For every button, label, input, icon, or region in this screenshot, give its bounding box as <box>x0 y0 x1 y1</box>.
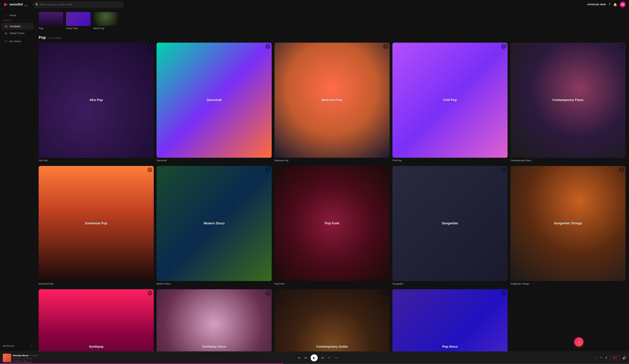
template-card-pop-disco[interactable]: Pop Disco ♡ Pop Disco <box>392 289 507 351</box>
pop-row-1: Afro Pop ♡ Afro Pop Dancehall ♡ Dancehal… <box>39 43 626 162</box>
bell-icon: 🔔 <box>613 3 617 6</box>
synthpop-favorite-button[interactable]: ♡ <box>148 291 152 296</box>
upgrade-button[interactable]: UPGRADE NOW <box>587 3 606 6</box>
trap-card-virtual-trap[interactable]: Virtual Trap <box>66 12 91 30</box>
get-button[interactable]: GET <box>610 356 620 360</box>
sidebar-item-my-library-label: My Library <box>9 40 21 43</box>
trap-card-virtual-trap-img <box>66 12 91 26</box>
pop-funk-overlay: Pop Funk <box>275 166 390 281</box>
songwriter-strings-favorite-button[interactable]: ♡ <box>619 167 624 172</box>
chill-pop-favorite-button[interactable]: ♡ <box>501 44 506 49</box>
songwriter-strings-label: Songwriter Strings <box>510 282 626 285</box>
like-button[interactable]: ♡ <box>595 356 597 360</box>
afro-pop-favorite-button[interactable]: ♡ <box>148 44 152 49</box>
repeat-icon: ↺ <box>328 356 330 360</box>
dancehall-overlay: Dancehall <box>157 43 272 158</box>
next-icon: ⏭ <box>321 356 324 360</box>
next-button[interactable]: ⏭ <box>321 356 324 360</box>
play-icon: ▶ <box>313 356 315 360</box>
edit-button[interactable]: ✎ <box>600 356 603 360</box>
modern-disco-favorite-button[interactable]: ♡ <box>265 167 270 172</box>
sidebar-item-templates[interactable]: ▦ Templates <box>1 23 33 30</box>
contemporary-guitar-favorite-button[interactable]: ♡ <box>383 291 388 296</box>
template-card-chill-pop[interactable]: Chill Pop ♡ Chill Pop <box>392 43 507 162</box>
pop-row-2: Emotional Pop ♡ Emotional Pop Modern Dis… <box>39 166 626 285</box>
songwriter-favorite-button[interactable]: ♡ <box>501 167 506 172</box>
time-display: 5:05 <box>334 357 338 359</box>
template-card-contemporary-piano[interactable]: Contemporary Piano ♡ Contemporary Piano <box>510 43 626 162</box>
search-bar[interactable]: 🔍 <box>33 1 124 8</box>
trap-cards: Trap Virtual Trap World Trap <box>39 12 626 30</box>
pop-disco-image: Pop Disco ♡ <box>392 289 507 351</box>
template-card-afro-pop[interactable]: Afro Pop ♡ Afro Pop <box>39 43 154 162</box>
trap-card-trap[interactable]: Trap <box>39 12 63 30</box>
template-card-modern-disco[interactable]: Modern Disco ♡ Modern Disco <box>157 166 272 285</box>
template-card-songwriter-strings[interactable]: Songwriter Strings ♡ Songwriter Strings <box>510 166 626 285</box>
player-track-title-row: Monday Mood | Preview <box>13 354 45 357</box>
share-button[interactable]: ⬆ <box>605 356 608 360</box>
player-track-details: Monday Mood | Preview Hip Hop • LoFi Moo… <box>13 354 45 362</box>
template-card-bedroom-pop[interactable]: Bedroom Pop ♡ Bedroom Pop <box>275 43 390 162</box>
afro-pop-image: Afro Pop ♡ <box>39 43 154 158</box>
template-card-dancehall[interactable]: Dancehall ♡ Dancehall <box>157 43 272 162</box>
logo-wordmark: soundful <box>9 3 23 6</box>
emotional-pop-label: Emotional Pop <box>39 282 154 285</box>
synthpop-overlay: Synthpop <box>39 289 154 351</box>
sidebar-item-global-tracks[interactable]: ◉ Global Tracks <box>1 30 33 36</box>
player-url: https://my.soundful.com/templates <box>3 361 32 363</box>
songwriter-strings-overlay: Songwriter Strings <box>510 166 626 281</box>
share-icon: ⬆ <box>605 356 608 360</box>
songwriter-image: Songwriter ♡ <box>392 166 507 281</box>
pop-disco-favorite-button[interactable]: ♡ <box>501 291 506 296</box>
template-card-pop-funk[interactable]: Pop Funk ♡ Pop Funk <box>275 166 390 285</box>
bedroom-pop-favorite-button[interactable]: ♡ <box>383 44 388 49</box>
modern-disco-overlay: Modern Disco <box>157 166 272 281</box>
pop-funk-image: Pop Funk ♡ <box>275 166 390 281</box>
template-card-contemporary-guitar[interactable]: Contemporary Guitar ♡ Contemporary Guita… <box>275 289 390 351</box>
soundful-logo-icon <box>3 2 8 7</box>
trap-card-world-trap[interactable]: World Trap <box>93 12 118 30</box>
dancehall-favorite-button[interactable]: ♡ <box>265 44 270 49</box>
repeat-button[interactable]: ↺ <box>328 356 330 360</box>
pop-funk-favorite-button[interactable]: ♡ <box>383 167 388 172</box>
my-recents-label: My Recents <box>3 345 14 347</box>
app-body: ⌂ Home Browse ▦ Templates ◉ Global Track… <box>0 9 629 351</box>
prev-icon: ⏮ <box>304 356 307 360</box>
header-right: UPGRADE NOW ? 🔔 SB <box>587 2 626 7</box>
prev-button[interactable]: ⏮ <box>304 356 307 360</box>
emotional-pop-favorite-button[interactable]: ♡ <box>148 167 152 172</box>
player-bar: Monday Mood | Preview Hip Hop • LoFi Moo… <box>0 351 629 364</box>
help-icon-button[interactable]: ? <box>609 3 610 6</box>
synthpop-disco-image: Synthpop Disco ♡ <box>157 289 272 351</box>
player-right: ♡ ✎ ⬆ GET 🔊 <box>591 356 626 360</box>
shuffle-button[interactable]: ⇌ <box>298 356 301 360</box>
synthpop-disco-favorite-button[interactable]: ♡ <box>265 291 270 296</box>
play-pause-button[interactable]: ▶ <box>311 354 318 361</box>
volume-icon: 🔊 <box>622 356 626 360</box>
my-recents-section[interactable]: My Recents ▾ <box>0 343 35 349</box>
sidebar-item-my-library[interactable]: 🗂 My Library <box>1 38 33 45</box>
search-input[interactable] <box>40 3 122 6</box>
player-thumbnail <box>3 354 11 362</box>
notifications-icon-button[interactable]: 🔔 <box>613 3 617 6</box>
search-icon: 🔍 <box>35 3 38 6</box>
template-card-emotional-pop[interactable]: Emotional Pop ♡ Emotional Pop <box>39 166 154 285</box>
sidebar-item-home[interactable]: ⌂ Home <box>1 12 33 19</box>
user-avatar[interactable]: SB <box>620 2 626 7</box>
contemporary-piano-favorite-button[interactable]: ♡ <box>619 44 624 49</box>
player-preview-label: | Preview <box>29 354 38 357</box>
chill-pop-label: Chill Pop <box>392 159 507 162</box>
pop-disco-overlay: Pop Disco <box>392 289 507 351</box>
bedroom-pop-overlay: Bedroom Pop <box>275 43 390 158</box>
bedroom-pop-label: Bedroom Pop <box>275 159 390 162</box>
songwriter-overlay: Songwriter <box>392 166 507 281</box>
template-card-synthpop-disco[interactable]: Synthpop Disco ♡ Synthpop Disco <box>157 289 272 351</box>
template-card-songwriter[interactable]: Songwriter ♡ Songwriter <box>392 166 507 285</box>
trap-section: Trap Virtual Trap World Trap <box>39 9 626 34</box>
sidebar-browse-label: Browse <box>0 19 35 23</box>
volume-button[interactable]: 🔊 <box>622 356 626 360</box>
trap-card-virtual-trap-label: Virtual Trap <box>66 27 91 30</box>
fab-button[interactable]: ♪ <box>574 337 583 347</box>
logo: soundful beta <box>3 2 27 7</box>
template-card-synthpop[interactable]: Synthpop ♡ Synthpop <box>39 289 154 351</box>
